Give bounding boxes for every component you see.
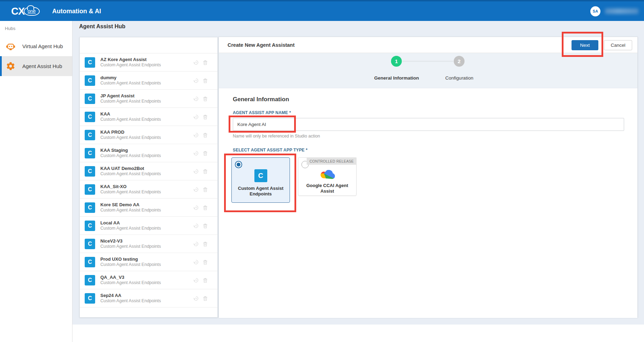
- cxone-logo[interactable]: CX one: [11, 6, 40, 17]
- agent-type: Custom Agent Assist Endpoints: [100, 262, 161, 268]
- list-item[interactable]: C Kore SE Demo AA Custom Agent Assist En…: [80, 199, 217, 217]
- history-icon[interactable]: [193, 132, 199, 138]
- list-item[interactable]: C Prod UXO testing Custom Agent Assist E…: [80, 253, 217, 271]
- list-item[interactable]: C KAA Custom Agent Assist Endpoints: [80, 108, 217, 126]
- history-icon[interactable]: [193, 168, 199, 174]
- trash-icon[interactable]: [202, 277, 208, 283]
- agent-name: dummy: [100, 75, 161, 81]
- history-icon[interactable]: [193, 114, 199, 120]
- option-card-custom-endpoints[interactable]: C Custom Agent Assist Endpoints: [231, 157, 290, 203]
- agent-type: Custom Agent Assist Endpoints: [100, 81, 161, 86]
- step-1-circle[interactable]: 1: [391, 56, 402, 67]
- app-name-label: AGENT ASSIST APP NAME *: [233, 110, 291, 115]
- history-icon[interactable]: [193, 295, 199, 302]
- cxone-logo-cx: CX: [11, 6, 24, 17]
- agent-list-header: [80, 37, 217, 53]
- trash-icon[interactable]: [202, 150, 208, 156]
- agent-type: Custom Agent Assist Endpoints: [100, 135, 161, 141]
- list-item[interactable]: C NiceV2-V3 Custom Agent Assist Endpoint…: [80, 235, 217, 253]
- history-icon[interactable]: [193, 259, 199, 265]
- history-icon[interactable]: [193, 241, 199, 247]
- user-menu[interactable]: SA: [590, 1, 638, 21]
- page-title: Agent Assist Hub: [79, 23, 125, 30]
- list-item[interactable]: C dummy Custom Agent Assist Endpoints: [80, 72, 217, 90]
- agent-name: Local AA: [100, 220, 161, 226]
- sidebar-item-label: Agent Assist Hub: [22, 63, 62, 69]
- history-icon[interactable]: [193, 186, 199, 193]
- trash-icon[interactable]: [202, 96, 208, 102]
- option-card-google-ccai[interactable]: CONTROLLED RELEASE Google CCAI Agent: [298, 157, 356, 196]
- app-title: Automation & AI: [52, 8, 101, 15]
- list-item[interactable]: C KAA Staging Custom Agent Assist Endpoi…: [80, 144, 217, 162]
- robot-icon: [6, 42, 15, 51]
- history-icon[interactable]: [193, 59, 199, 66]
- custom-endpoint-icon: C: [85, 275, 95, 285]
- agent-type: Custom Agent Assist Endpoints: [100, 280, 161, 286]
- trash-icon[interactable]: [202, 114, 208, 120]
- create-agent-panel: Create New Agent Assistant Next Cancel 1…: [219, 37, 638, 318]
- history-icon[interactable]: [193, 96, 199, 102]
- agent-type: Custom Agent Assist Endpoints: [100, 208, 161, 213]
- sidebar-section-label: Hubs: [0, 21, 72, 36]
- list-item[interactable]: C AZ Kore Agent Assist Custom Agent Assi…: [80, 53, 217, 72]
- agent-name: Prod UXO testing: [100, 256, 161, 262]
- custom-endpoint-icon: C: [85, 112, 95, 122]
- cancel-button[interactable]: Cancel: [604, 40, 632, 50]
- list-item[interactable]: C JP Agent Assist Custom Agent Assist En…: [80, 90, 217, 108]
- wizard-header: Create New Agent Assistant Next Cancel: [219, 37, 637, 53]
- trash-icon[interactable]: [202, 295, 208, 302]
- step-1-label: General Information: [365, 75, 428, 81]
- agent-name: QA_AA_V3: [100, 275, 161, 280]
- custom-endpoint-icon: C: [85, 257, 95, 267]
- custom-endpoint-icon: C: [85, 75, 95, 86]
- next-button[interactable]: Next: [572, 40, 598, 50]
- cxone-logo-one: one: [24, 7, 39, 16]
- trash-icon[interactable]: [202, 186, 208, 193]
- option-label: Custom Agent Assist Endpoints: [232, 186, 290, 197]
- trash-icon[interactable]: [202, 205, 208, 211]
- agent-list-panel: C AZ Kore Agent Assist Custom Agent Assi…: [79, 37, 218, 318]
- sidebar-item-virtual-agent-hub[interactable]: Virtual Agent Hub: [0, 36, 72, 56]
- agent-type: Custom Agent Assist Endpoints: [100, 62, 161, 68]
- history-icon[interactable]: [193, 150, 199, 156]
- custom-endpoint-icon: C: [85, 57, 95, 68]
- agent-name: KAA Staging: [100, 148, 161, 153]
- agent-type: Custom Agent Assist Endpoints: [100, 298, 161, 304]
- agent-name: Sep24 AA: [100, 293, 161, 298]
- trash-icon[interactable]: [202, 59, 208, 66]
- list-item[interactable]: C Local AA Custom Agent Assist Endpoints: [80, 217, 217, 235]
- list-item[interactable]: C KAA PROD Custom Agent Assist Endpoints: [80, 126, 217, 144]
- trash-icon[interactable]: [202, 241, 208, 247]
- agent-name: KAA: [100, 111, 161, 117]
- sidebar-item-agent-assist-hub[interactable]: Agent Assist Hub: [0, 56, 72, 76]
- avatar[interactable]: SA: [590, 6, 600, 16]
- history-icon[interactable]: [193, 223, 199, 229]
- wizard-title: Create New Agent Assistant: [228, 42, 294, 48]
- history-icon[interactable]: [193, 205, 199, 211]
- username-redacted: [605, 8, 638, 14]
- trash-icon[interactable]: [202, 168, 208, 174]
- trash-icon[interactable]: [202, 77, 208, 84]
- step-2-circle[interactable]: 2: [454, 56, 465, 67]
- history-icon[interactable]: [193, 277, 199, 283]
- custom-endpoint-icon: C: [85, 184, 95, 195]
- section-heading: General Information: [233, 96, 289, 103]
- list-item[interactable]: C QA_AA_V3 Custom Agent Assist Endpoints: [80, 271, 217, 289]
- custom-endpoint-icon: C: [85, 94, 95, 104]
- custom-endpoint-icon: C: [85, 221, 95, 231]
- agent-name: KAA UAT Demo2Bot: [100, 166, 161, 171]
- agent-name: KAA_Sit-XO: [100, 184, 161, 189]
- list-item[interactable]: C KAA UAT Demo2Bot Custom Agent Assist E…: [80, 162, 217, 180]
- trash-icon[interactable]: [202, 259, 208, 265]
- general-information-form: General Information AGENT ASSIST APP NAM…: [219, 88, 637, 318]
- list-item[interactable]: C KAA_Sit-XO Custom Agent Assist Endpoin…: [80, 180, 217, 199]
- stepper: 1 2 General Information Configuration: [219, 53, 637, 88]
- agent-name: KAA PROD: [100, 129, 161, 135]
- custom-endpoint-icon: C: [85, 148, 95, 158]
- radio-selected[interactable]: [235, 161, 242, 168]
- list-item[interactable]: C Sep24 AA Custom Agent Assist Endpoints: [80, 289, 217, 307]
- history-icon[interactable]: [193, 77, 199, 84]
- app-name-input[interactable]: [233, 118, 624, 131]
- trash-icon[interactable]: [202, 223, 208, 229]
- trash-icon[interactable]: [202, 132, 208, 138]
